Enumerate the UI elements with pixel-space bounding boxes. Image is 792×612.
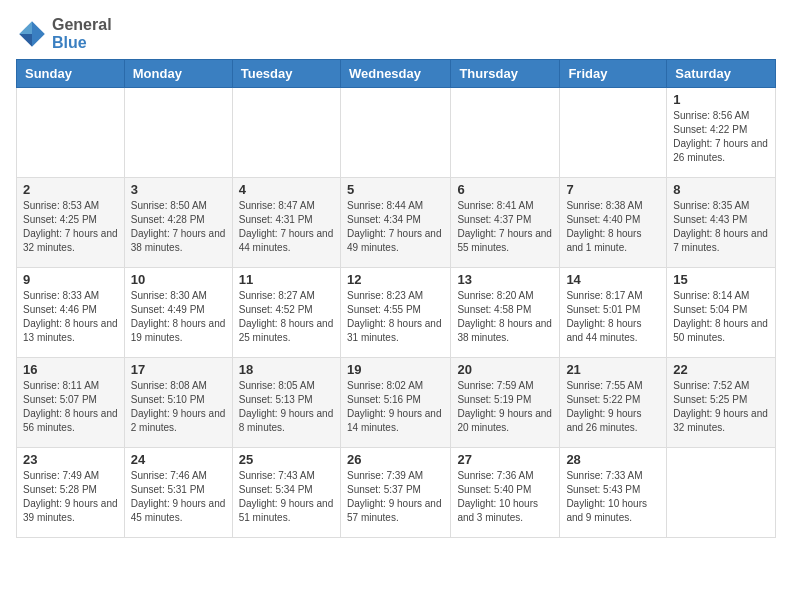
day-number: 8 [673, 182, 769, 197]
calendar-cell: 2Sunrise: 8:53 AM Sunset: 4:25 PM Daylig… [17, 178, 125, 268]
logo-icon [16, 18, 48, 50]
day-number: 22 [673, 362, 769, 377]
svg-marker-2 [19, 34, 32, 47]
calendar-cell: 3Sunrise: 8:50 AM Sunset: 4:28 PM Daylig… [124, 178, 232, 268]
calendar-cell: 17Sunrise: 8:08 AM Sunset: 5:10 PM Dayli… [124, 358, 232, 448]
weekday-header-friday: Friday [560, 60, 667, 88]
day-number: 16 [23, 362, 118, 377]
calendar-cell: 26Sunrise: 7:39 AM Sunset: 5:37 PM Dayli… [340, 448, 450, 538]
day-number: 17 [131, 362, 226, 377]
weekday-header-monday: Monday [124, 60, 232, 88]
day-number: 11 [239, 272, 334, 287]
day-info: Sunrise: 8:11 AM Sunset: 5:07 PM Dayligh… [23, 379, 118, 435]
day-info: Sunrise: 7:59 AM Sunset: 5:19 PM Dayligh… [457, 379, 553, 435]
day-info: Sunrise: 8:14 AM Sunset: 5:04 PM Dayligh… [673, 289, 769, 345]
calendar-cell: 20Sunrise: 7:59 AM Sunset: 5:19 PM Dayli… [451, 358, 560, 448]
day-info: Sunrise: 8:05 AM Sunset: 5:13 PM Dayligh… [239, 379, 334, 435]
calendar-cell [232, 88, 340, 178]
day-info: Sunrise: 8:56 AM Sunset: 4:22 PM Dayligh… [673, 109, 769, 165]
day-number: 28 [566, 452, 660, 467]
weekday-header-saturday: Saturday [667, 60, 776, 88]
week-row-3: 9Sunrise: 8:33 AM Sunset: 4:46 PM Daylig… [17, 268, 776, 358]
calendar-cell [451, 88, 560, 178]
day-number: 18 [239, 362, 334, 377]
day-info: Sunrise: 7:52 AM Sunset: 5:25 PM Dayligh… [673, 379, 769, 435]
logo: General Blue [16, 16, 112, 51]
day-info: Sunrise: 8:08 AM Sunset: 5:10 PM Dayligh… [131, 379, 226, 435]
calendar-cell [17, 88, 125, 178]
calendar-cell [340, 88, 450, 178]
day-number: 23 [23, 452, 118, 467]
day-number: 7 [566, 182, 660, 197]
day-number: 19 [347, 362, 444, 377]
calendar-cell: 7Sunrise: 8:38 AM Sunset: 4:40 PM Daylig… [560, 178, 667, 268]
calendar-cell: 11Sunrise: 8:27 AM Sunset: 4:52 PM Dayli… [232, 268, 340, 358]
weekday-header-wednesday: Wednesday [340, 60, 450, 88]
day-number: 15 [673, 272, 769, 287]
calendar-cell: 16Sunrise: 8:11 AM Sunset: 5:07 PM Dayli… [17, 358, 125, 448]
calendar-cell: 21Sunrise: 7:55 AM Sunset: 5:22 PM Dayli… [560, 358, 667, 448]
calendar-cell [124, 88, 232, 178]
day-number: 3 [131, 182, 226, 197]
day-number: 4 [239, 182, 334, 197]
day-info: Sunrise: 7:39 AM Sunset: 5:37 PM Dayligh… [347, 469, 444, 525]
day-info: Sunrise: 8:30 AM Sunset: 4:49 PM Dayligh… [131, 289, 226, 345]
day-number: 6 [457, 182, 553, 197]
calendar-cell: 14Sunrise: 8:17 AM Sunset: 5:01 PM Dayli… [560, 268, 667, 358]
day-number: 9 [23, 272, 118, 287]
day-info: Sunrise: 8:41 AM Sunset: 4:37 PM Dayligh… [457, 199, 553, 255]
day-info: Sunrise: 8:38 AM Sunset: 4:40 PM Dayligh… [566, 199, 660, 255]
calendar-cell: 19Sunrise: 8:02 AM Sunset: 5:16 PM Dayli… [340, 358, 450, 448]
weekday-header-sunday: Sunday [17, 60, 125, 88]
calendar-cell: 4Sunrise: 8:47 AM Sunset: 4:31 PM Daylig… [232, 178, 340, 268]
calendar-cell [667, 448, 776, 538]
week-row-5: 23Sunrise: 7:49 AM Sunset: 5:28 PM Dayli… [17, 448, 776, 538]
day-info: Sunrise: 8:02 AM Sunset: 5:16 PM Dayligh… [347, 379, 444, 435]
day-number: 1 [673, 92, 769, 107]
day-info: Sunrise: 8:20 AM Sunset: 4:58 PM Dayligh… [457, 289, 553, 345]
day-number: 2 [23, 182, 118, 197]
day-info: Sunrise: 7:43 AM Sunset: 5:34 PM Dayligh… [239, 469, 334, 525]
day-info: Sunrise: 8:44 AM Sunset: 4:34 PM Dayligh… [347, 199, 444, 255]
calendar-header: SundayMondayTuesdayWednesdayThursdayFrid… [17, 60, 776, 88]
day-info: Sunrise: 8:53 AM Sunset: 4:25 PM Dayligh… [23, 199, 118, 255]
calendar-cell: 8Sunrise: 8:35 AM Sunset: 4:43 PM Daylig… [667, 178, 776, 268]
calendar-cell [560, 88, 667, 178]
day-info: Sunrise: 7:33 AM Sunset: 5:43 PM Dayligh… [566, 469, 660, 525]
day-info: Sunrise: 8:27 AM Sunset: 4:52 PM Dayligh… [239, 289, 334, 345]
calendar-body: 1Sunrise: 8:56 AM Sunset: 4:22 PM Daylig… [17, 88, 776, 538]
day-number: 21 [566, 362, 660, 377]
logo-text: General Blue [52, 16, 112, 51]
calendar-cell: 9Sunrise: 8:33 AM Sunset: 4:46 PM Daylig… [17, 268, 125, 358]
week-row-1: 1Sunrise: 8:56 AM Sunset: 4:22 PM Daylig… [17, 88, 776, 178]
day-number: 26 [347, 452, 444, 467]
day-info: Sunrise: 8:23 AM Sunset: 4:55 PM Dayligh… [347, 289, 444, 345]
calendar-cell: 23Sunrise: 7:49 AM Sunset: 5:28 PM Dayli… [17, 448, 125, 538]
day-info: Sunrise: 7:36 AM Sunset: 5:40 PM Dayligh… [457, 469, 553, 525]
weekday-header-tuesday: Tuesday [232, 60, 340, 88]
calendar-cell: 1Sunrise: 8:56 AM Sunset: 4:22 PM Daylig… [667, 88, 776, 178]
day-number: 20 [457, 362, 553, 377]
calendar-cell: 10Sunrise: 8:30 AM Sunset: 4:49 PM Dayli… [124, 268, 232, 358]
day-info: Sunrise: 8:35 AM Sunset: 4:43 PM Dayligh… [673, 199, 769, 255]
calendar-cell: 28Sunrise: 7:33 AM Sunset: 5:43 PM Dayli… [560, 448, 667, 538]
day-number: 13 [457, 272, 553, 287]
day-info: Sunrise: 8:47 AM Sunset: 4:31 PM Dayligh… [239, 199, 334, 255]
calendar-cell: 13Sunrise: 8:20 AM Sunset: 4:58 PM Dayli… [451, 268, 560, 358]
day-info: Sunrise: 8:50 AM Sunset: 4:28 PM Dayligh… [131, 199, 226, 255]
page-header: General Blue [16, 16, 776, 51]
day-number: 12 [347, 272, 444, 287]
calendar-cell: 12Sunrise: 8:23 AM Sunset: 4:55 PM Dayli… [340, 268, 450, 358]
calendar-cell: 15Sunrise: 8:14 AM Sunset: 5:04 PM Dayli… [667, 268, 776, 358]
calendar-cell: 25Sunrise: 7:43 AM Sunset: 5:34 PM Dayli… [232, 448, 340, 538]
calendar-cell: 6Sunrise: 8:41 AM Sunset: 4:37 PM Daylig… [451, 178, 560, 268]
calendar-cell: 27Sunrise: 7:36 AM Sunset: 5:40 PM Dayli… [451, 448, 560, 538]
day-number: 5 [347, 182, 444, 197]
day-info: Sunrise: 7:46 AM Sunset: 5:31 PM Dayligh… [131, 469, 226, 525]
weekday-header-row: SundayMondayTuesdayWednesdayThursdayFrid… [17, 60, 776, 88]
svg-marker-1 [19, 21, 32, 34]
svg-marker-0 [32, 21, 45, 34]
svg-marker-3 [32, 34, 45, 47]
day-number: 14 [566, 272, 660, 287]
day-number: 10 [131, 272, 226, 287]
